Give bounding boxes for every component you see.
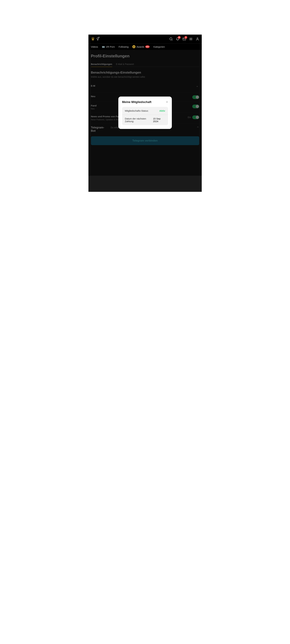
modal-payment-value: 15 Sep 2024 <box>153 117 165 123</box>
nav-vr-porn[interactable]: 🥽 VR Porn <box>102 45 115 48</box>
membership-modal: Meine Mitgliedschaft × Mitgliedschafts-S… <box>118 96 172 129</box>
gender-icon: ⚥ <box>96 37 100 41</box>
modal-title: Meine Mitgliedschaft <box>122 100 152 104</box>
notification-badge: 20 <box>178 36 181 39</box>
crown-logo-icon: ♛ <box>91 37 95 41</box>
modal-row-status: Mitgliedschafts-Status: Aktiv <box>122 107 168 114</box>
neu-badge: NEU <box>145 45 150 48</box>
modal-body: Mitgliedschafts-Status: Aktiv Datum der … <box>122 107 168 125</box>
nav-following[interactable]: Following <box>119 46 129 48</box>
navbar: ♛ ⚥ 20 4 <box>88 34 202 44</box>
bottom-spacer <box>88 192 202 318</box>
nav-kategorien[interactable]: Kategorien <box>153 46 165 48</box>
search-button[interactable] <box>169 37 173 41</box>
menu-button[interactable] <box>189 37 193 41</box>
nav-awards[interactable]: ♛ Awards NEU <box>132 45 150 48</box>
top-spacer <box>88 0 202 34</box>
app-wrapper: ♛ ⚥ 20 4 Videos <box>88 34 202 192</box>
navbar-brand: ♛ ⚥ <box>91 37 167 41</box>
modal-header: Meine Mitgliedschaft × <box>122 100 168 104</box>
modal-row-payment: Datum der nächsten Zahlung: 15 Sep 2024 <box>122 114 168 125</box>
messages-badge: 4 <box>184 36 187 39</box>
modal-overlay[interactable]: Meine Mitgliedschaft × Mitgliedschafts-S… <box>88 50 202 176</box>
modal-payment-label: Datum der nächsten Zahlung: <box>125 117 153 123</box>
svg-line-1 <box>172 40 172 40</box>
secondary-nav: Videos 🥽 VR Porn Following ♛ Awards NEU … <box>88 44 202 50</box>
svg-point-5 <box>197 38 198 39</box>
modal-status-value: Aktiv <box>159 110 165 112</box>
nav-videos[interactable]: Videos <box>91 46 98 48</box>
awards-crown-icon: ♛ <box>132 45 135 48</box>
modal-status-label: Mitgliedschafts-Status: <box>125 110 149 112</box>
main-content: Profil-Einstellungen Benachrichtigungen … <box>88 50 202 176</box>
messages-button[interactable]: 4 <box>182 37 186 41</box>
navbar-actions: 20 4 <box>169 37 199 41</box>
notification-button[interactable]: 20 <box>176 37 179 41</box>
modal-close-button[interactable]: × <box>166 100 168 104</box>
profile-button[interactable] <box>196 37 199 41</box>
vr-icon: 🥽 <box>102 45 105 48</box>
